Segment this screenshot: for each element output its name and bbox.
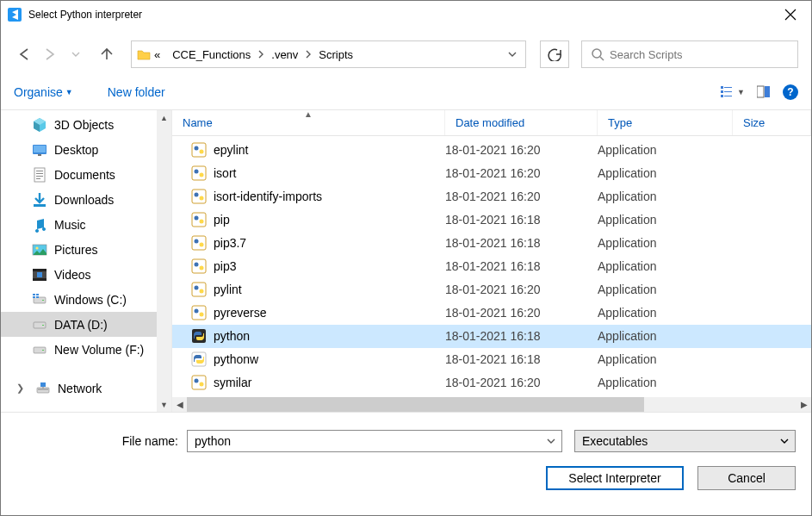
column-header-date[interactable]: Date modified (445, 110, 598, 135)
sidebar-item[interactable]: 3D Objects (1, 112, 157, 137)
preview-pane-toggle[interactable] (757, 85, 771, 99)
scroll-up-button[interactable]: ▲ (157, 110, 171, 125)
file-name: pip3.7 (214, 236, 246, 250)
filename-history-dropdown[interactable] (541, 431, 561, 451)
scroll-track[interactable] (187, 397, 797, 412)
filename-input[interactable] (188, 434, 541, 448)
file-date: 18-01-2021 16:18 (445, 236, 598, 250)
filetype-select[interactable]: Executables (574, 430, 796, 452)
new-folder-button[interactable]: New folder (108, 85, 165, 99)
breadcrumb-item-1[interactable]: .venv (271, 41, 319, 67)
new-folder-label: New folder (108, 85, 165, 99)
sidebar-item-icon (32, 267, 47, 283)
close-button[interactable] (771, 2, 809, 28)
file-type: Application (598, 236, 733, 250)
search-input[interactable] (610, 48, 797, 61)
sidebar-item[interactable]: Documents (1, 162, 157, 187)
file-row[interactable]: symilar 18-01-2021 16:20 Application (172, 371, 811, 395)
preview-pane-icon (757, 85, 771, 99)
column-label: Size (743, 116, 765, 129)
file-row[interactable]: epylint 18-01-2021 16:20 Application (172, 139, 811, 162)
file-row[interactable]: isort 18-01-2021 16:20 Application (172, 162, 811, 185)
sidebar-item[interactable]: Downloads (1, 187, 157, 212)
forward-button[interactable] (40, 44, 60, 65)
file-name: python (214, 329, 250, 343)
file-date: 18-01-2021 16:20 (445, 190, 598, 203)
horizontal-scrollbar[interactable]: ◀ ▶ (172, 397, 811, 412)
sidebar-item[interactable]: Pictures (1, 237, 157, 262)
sidebar-item-icon (32, 242, 47, 258)
scroll-down-button[interactable]: ▼ (157, 397, 171, 412)
sidebar-item[interactable]: DATA (D:) (1, 312, 157, 337)
file-row[interactable]: pip3 18-01-2021 16:18 Application (172, 255, 811, 278)
select-interpreter-button[interactable]: Select Interpreter (546, 466, 684, 490)
file-date: 18-01-2021 16:20 (445, 283, 598, 296)
column-header-type[interactable]: Type (598, 110, 733, 135)
close-icon (784, 9, 797, 21)
sidebar-item-label: 3D Objects (54, 118, 114, 132)
file-icon (191, 258, 207, 274)
file-type: Application (598, 166, 733, 180)
file-icon (191, 212, 207, 227)
sort-ascending-icon: ▲ (304, 110, 313, 119)
sidebar-item-icon (32, 142, 47, 158)
file-icon (191, 328, 207, 344)
filename-row: File name: Executables (1, 413, 811, 459)
sidebar-item-label: Videos (54, 268, 91, 282)
breadcrumb-item-0[interactable]: CCE_Functions (172, 41, 271, 67)
breadcrumb-item-2[interactable]: Scripts (319, 41, 353, 67)
scroll-left-button[interactable]: ◀ (172, 397, 187, 412)
file-date: 18-01-2021 16:18 (445, 213, 598, 227)
sidebar-item[interactable]: Videos (1, 262, 157, 287)
file-row[interactable]: python 18-01-2021 16:18 Application (172, 325, 811, 348)
history-dropdown[interactable] (65, 44, 86, 65)
file-name: pip (214, 213, 230, 227)
sidebar-item-icon (32, 342, 47, 357)
organise-menu[interactable]: Organise▼ (14, 85, 73, 99)
button-row: Select Interpreter Cancel (1, 459, 811, 490)
filename-label: File name: (1, 434, 187, 448)
sidebar-item-label: Desktop (54, 143, 98, 157)
view-options-button[interactable]: ▼ (720, 85, 745, 99)
sidebar: 3D Objects Desktop Documents Downloads M… (1, 110, 171, 412)
column-header-size[interactable]: Size (733, 110, 811, 135)
column-header-name[interactable]: ▲ Name (172, 110, 445, 135)
cancel-button[interactable]: Cancel (697, 466, 796, 490)
up-button[interactable] (96, 44, 117, 65)
address-dropdown[interactable] (499, 41, 525, 67)
file-row[interactable]: pylint 18-01-2021 16:20 Application (172, 278, 811, 302)
column-headers: ▲ Name Date modified Type Size (172, 110, 811, 136)
sidebar-scrollbar[interactable]: ▲ ▼ (157, 110, 171, 412)
breadcrumb-overflow[interactable]: « (154, 41, 172, 67)
file-row[interactable]: pip3.7 18-01-2021 16:18 Application (172, 232, 811, 255)
organise-label: Organise (14, 85, 63, 99)
refresh-icon (548, 47, 561, 61)
help-button[interactable]: ? (783, 84, 798, 100)
file-row[interactable]: pip 18-01-2021 16:18 Application (172, 208, 811, 232)
refresh-button[interactable] (540, 40, 569, 68)
sidebar-item[interactable]: Desktop (1, 137, 157, 162)
sidebar-item-network[interactable]: ❯ Network (1, 376, 157, 401)
file-row[interactable]: isort-identify-imports 18-01-2021 16:20 … (172, 185, 811, 208)
sidebar-item[interactable]: Windows (C:) (1, 287, 157, 312)
file-type: Application (598, 190, 733, 203)
scroll-thumb[interactable] (187, 397, 644, 412)
file-row[interactable]: pyreverse 18-01-2021 16:20 Application (172, 302, 811, 325)
file-row[interactable]: pythonw 18-01-2021 16:18 Application (172, 348, 811, 371)
sidebar-item-label: DATA (D:) (54, 318, 108, 332)
sidebar-item-icon (32, 192, 47, 208)
sidebar-item[interactable]: Music (1, 212, 157, 237)
search-box[interactable] (581, 40, 798, 68)
file-icon (191, 165, 207, 181)
file-date: 18-01-2021 16:18 (445, 329, 598, 343)
back-button[interactable] (14, 44, 34, 65)
scroll-right-button[interactable]: ▶ (797, 397, 811, 412)
sidebar-item-label: Network (58, 382, 102, 395)
arrow-left-icon (15, 46, 33, 63)
address-bar[interactable]: « CCE_Functions .venv Scripts (131, 40, 526, 68)
file-name: symilar (214, 376, 251, 389)
file-name: epylint (214, 143, 248, 157)
scroll-thumb[interactable] (157, 125, 171, 397)
file-type: Application (598, 329, 733, 343)
sidebar-item[interactable]: New Volume (F:) (1, 337, 157, 362)
